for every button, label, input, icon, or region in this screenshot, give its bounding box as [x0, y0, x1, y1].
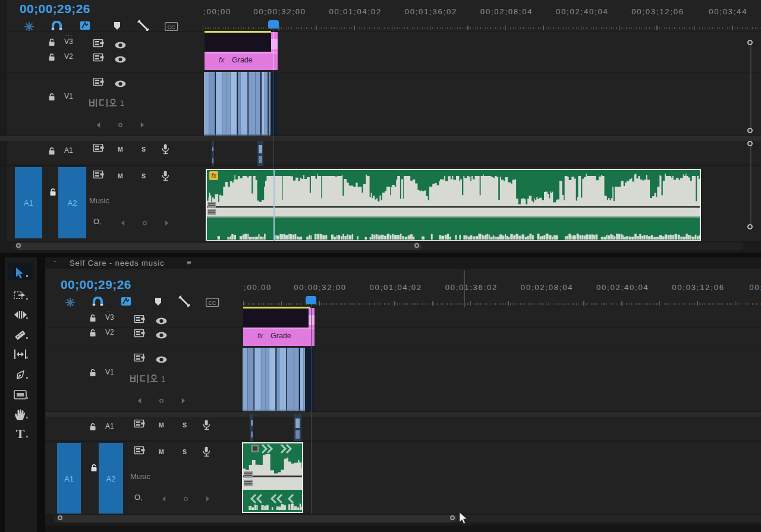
svg-text:1: 1: [161, 375, 165, 383]
svg-text:CC: CC: [168, 24, 175, 30]
svg-text:1: 1: [120, 99, 124, 108]
svg-text:CC: CC: [209, 300, 216, 306]
svg-text:T: T: [16, 427, 25, 440]
